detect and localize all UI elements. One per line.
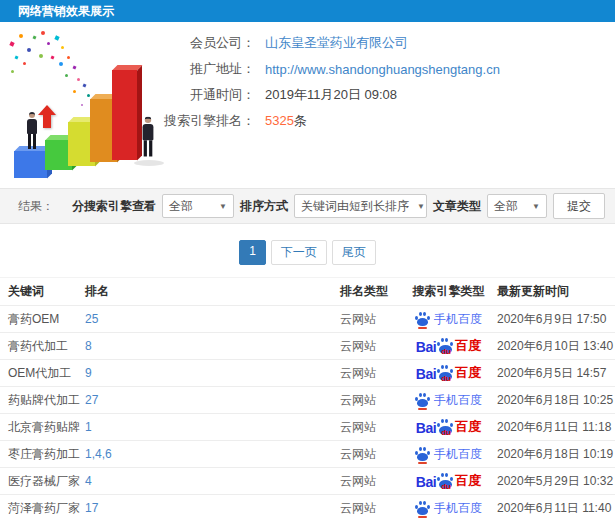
rank-link[interactable]: 8	[85, 339, 92, 353]
table-row: 膏药代加工8云网站Baidu百度2020年6月10日 13:40	[0, 332, 615, 359]
update-time-cell: 2020年6月9日 17:50	[497, 311, 615, 328]
figure-shadow	[134, 160, 164, 166]
bar-red	[112, 70, 137, 160]
table-row: 药贴牌代加工27云网站手机百度2020年6月18日 10:25	[0, 386, 615, 413]
filter-group: 分搜索引擎查看 全部▼ 排序方式 关键词由短到长排序▼ 文章类型 全部▼ 提交	[72, 193, 605, 219]
article-type-select[interactable]: 全部▼	[487, 194, 547, 218]
table-row: 枣庄膏药加工1,4,6云网站手机百度2020年6月18日 10:19	[0, 440, 615, 467]
mobile-baidu-label: 手机百度	[434, 446, 482, 463]
pagination: 1 下一页 尾页	[0, 240, 615, 265]
growth-arrow-icon	[38, 105, 56, 128]
engine-baidu-logo: Baidu百度	[400, 337, 497, 355]
rank-cell: 4	[85, 474, 340, 488]
engine-baidu-logo: Baidu百度	[400, 472, 497, 490]
keyword-cell: 菏泽膏药厂家	[8, 500, 85, 517]
table-row: 膏药OEM25云网站手机百度2020年6月9日 17:50	[0, 305, 615, 332]
rank-cell: 25	[85, 312, 340, 326]
keyword-cell: 北京膏药贴牌	[8, 419, 85, 436]
rank-cell: 9	[85, 366, 340, 380]
update-time-cell: 2020年6月11日 11:18	[497, 419, 615, 436]
company-info-panel: 会员公司： 山东皇圣堂药业有限公司 推广地址： http://www.shand…	[155, 30, 500, 134]
chevron-down-icon: ▼	[417, 202, 425, 211]
table-row: 医疗器械厂家4云网站Baidu百度2020年5月29日 10:32	[0, 467, 615, 494]
rank-type-cell: 云网站	[340, 446, 400, 463]
engine-mobile-baidu: 手机百度	[400, 500, 497, 517]
rank-type-cell: 云网站	[340, 311, 400, 328]
table-row: 北京膏药贴牌1云网站Baidu百度2020年6月11日 11:18	[0, 413, 615, 440]
update-time-cell: 2020年6月18日 10:19	[497, 446, 615, 463]
next-page-button[interactable]: 下一页	[271, 240, 327, 265]
chevron-down-icon: ▼	[532, 202, 540, 211]
info-row-rank-count: 搜索引擎排名： 5325条	[155, 108, 500, 134]
rank-type-cell: 云网站	[340, 365, 400, 382]
results-table: 关键词 排名 排名类型 搜索引擎类型 最新更新时间 膏药OEM25云网站手机百度…	[0, 277, 615, 520]
engine-filter-label: 分搜索引擎查看	[72, 198, 156, 215]
keyword-cell: 药贴牌代加工	[8, 392, 85, 409]
baidu-paw-icon: du	[437, 419, 454, 435]
info-row-company: 会员公司： 山东皇圣堂药业有限公司	[155, 30, 500, 56]
rank-link[interactable]: 9	[85, 366, 92, 380]
update-time-cell: 2020年6月10日 13:40	[497, 338, 615, 355]
header-rank-type: 排名类型	[340, 283, 400, 300]
sort-filter-select[interactable]: 关键词由短到长排序▼	[294, 194, 427, 218]
update-time-cell: 2020年6月18日 10:25	[497, 392, 615, 409]
update-time-cell: 2020年6月5日 14:57	[497, 365, 615, 382]
rank-link[interactable]: 1	[85, 420, 92, 434]
rank-link[interactable]: 1,4,6	[85, 447, 112, 461]
mobile-baidu-label: 手机百度	[434, 392, 482, 409]
keyword-cell: 医疗器械厂家	[8, 473, 85, 490]
engine-filter-select[interactable]: 全部▼	[162, 194, 234, 218]
baidu-paw-icon: du	[437, 338, 454, 354]
table-header-row: 关键词 排名 排名类型 搜索引擎类型 最新更新时间	[0, 277, 615, 305]
keyword-cell: 膏药代加工	[8, 338, 85, 355]
baidu-paw-icon	[415, 312, 430, 326]
article-type-filter-label: 文章类型	[433, 198, 481, 215]
engine-baidu-logo: Baidu百度	[400, 418, 497, 436]
titlebar: 网络营销效果展示	[0, 0, 615, 22]
info-section: 会员公司： 山东皇圣堂药业有限公司 推广地址： http://www.shand…	[0, 22, 615, 188]
chevron-down-icon: ▼	[219, 202, 227, 211]
update-time-cell: 2020年5月29日 10:32	[497, 473, 615, 490]
keyword-cell: 膏药OEM	[8, 311, 85, 328]
mobile-baidu-label: 手机百度	[434, 311, 482, 328]
promotion-url-link[interactable]: http://www.shandonghuangshengtang.cn	[265, 62, 500, 77]
rank-link[interactable]: 17	[85, 501, 98, 515]
baidu-paw-icon: du	[437, 473, 454, 489]
info-row-url: 推广地址： http://www.shandonghuangshengtang.…	[155, 56, 500, 82]
rank-type-cell: 云网站	[340, 419, 400, 436]
rank-cell: 27	[85, 393, 340, 407]
engine-baidu-logo: Baidu百度	[400, 364, 497, 382]
rank-type-cell: 云网站	[340, 473, 400, 490]
last-page-button[interactable]: 尾页	[332, 240, 376, 265]
update-time-cell: 2020年6月11日 11:40	[497, 500, 615, 517]
rank-type-cell: 云网站	[340, 392, 400, 409]
rank-cell: 1,4,6	[85, 447, 340, 461]
info-row-open-time: 开通时间： 2019年11月20日 09:08	[155, 82, 500, 108]
rank-cell: 17	[85, 501, 340, 515]
rank-type-cell: 云网站	[340, 338, 400, 355]
rank-cell: 8	[85, 339, 340, 353]
header-keyword: 关键词	[8, 283, 85, 300]
url-label: 推广地址：	[155, 60, 255, 78]
baidu-paw-icon: du	[437, 365, 454, 381]
rank-count-label: 搜索引擎排名：	[155, 112, 255, 130]
header-engine-type: 搜索引擎类型	[400, 283, 497, 300]
filter-bar: 结果： 分搜索引擎查看 全部▼ 排序方式 关键词由短到长排序▼ 文章类型 全部▼…	[0, 188, 615, 224]
header-update-time: 最新更新时间	[497, 283, 615, 300]
rank-cell: 1	[85, 420, 340, 434]
rank-link[interactable]: 27	[85, 393, 98, 407]
rank-count-value: 5325条	[265, 112, 307, 130]
page-number-1[interactable]: 1	[239, 240, 266, 265]
table-body: 膏药OEM25云网站手机百度2020年6月9日 17:50膏药代加工8云网站Ba…	[0, 305, 615, 520]
company-link[interactable]: 山东皇圣堂药业有限公司	[265, 34, 408, 52]
page-title: 网络营销效果展示	[18, 4, 114, 18]
rank-link[interactable]: 25	[85, 312, 98, 326]
result-label: 结果：	[18, 198, 54, 215]
rank-link[interactable]: 4	[85, 474, 92, 488]
company-label: 会员公司：	[155, 34, 255, 52]
open-time-label: 开通时间：	[155, 86, 255, 104]
mobile-baidu-label: 手机百度	[434, 500, 482, 517]
rank-type-cell: 云网站	[340, 500, 400, 517]
submit-button[interactable]: 提交	[553, 193, 605, 219]
table-row: OEM代加工9云网站Baidu百度2020年6月5日 14:57	[0, 359, 615, 386]
